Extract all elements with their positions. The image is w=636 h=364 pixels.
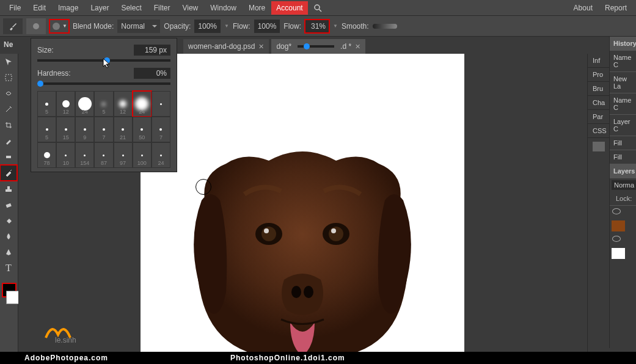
menu-more[interactable]: More	[243, 1, 271, 15]
close-icon[interactable]: ✕	[258, 43, 264, 51]
brush-preset[interactable]: 15	[56, 117, 75, 142]
footer-bar: AdobePhotopea.com PhotoshopOnline.1doi1.…	[0, 352, 636, 364]
tab-women-and-dog[interactable]: women-and-dog.psd✕	[183, 39, 269, 54]
brush-preset[interactable]: 21	[114, 117, 133, 142]
type-tool[interactable]: T	[0, 260, 17, 276]
background-color-swatch[interactable]	[6, 291, 20, 304]
history-item[interactable]: New La	[610, 72, 636, 93]
blur-tool[interactable]	[0, 228, 17, 244]
flow-value[interactable]: 100%	[254, 20, 280, 33]
layer-row[interactable]	[610, 206, 636, 233]
opacity-value[interactable]: 100%	[194, 20, 221, 33]
flow2-dropdown-icon[interactable]: ▼	[333, 23, 338, 29]
lasso-tool[interactable]	[0, 86, 17, 101]
brush-preset[interactable]: 5	[37, 117, 56, 142]
tab-dog[interactable]: dog* .d *✕	[271, 39, 365, 54]
flow-label: Flow:	[233, 22, 250, 31]
history-item[interactable]: Name C	[610, 93, 636, 115]
brush-preset[interactable]: 87	[94, 142, 113, 168]
brush-tool[interactable]	[0, 165, 17, 181]
footer-left: AdobePhotopea.com	[0, 354, 133, 362]
history-item[interactable]: Fill	[610, 150, 636, 164]
brush-preset[interactable]: 100	[133, 142, 152, 168]
eyedropper-tool[interactable]	[0, 133, 17, 149]
size-value[interactable]: 159 px	[134, 45, 170, 56]
image-icon[interactable]	[593, 142, 605, 151]
layers-panel-header[interactable]: Layers	[610, 164, 636, 178]
layer-blend-select[interactable]: Norma	[612, 180, 636, 190]
menu-window[interactable]: Window	[204, 1, 243, 15]
brush-picker-dropdown[interactable]: ▼	[49, 20, 69, 33]
tool-preset-button[interactable]	[3, 18, 23, 34]
tab-flow-slider[interactable]	[298, 45, 334, 48]
smooth-label: Smooth:	[342, 22, 369, 31]
wand-tool[interactable]	[0, 101, 17, 117]
tool-palette: T	[0, 54, 18, 352]
hardness-value[interactable]: 0%	[134, 68, 170, 79]
dog-image	[171, 139, 434, 352]
flow2-value[interactable]: 31%	[305, 20, 329, 33]
move-tool[interactable]	[0, 54, 17, 70]
menu-view[interactable]: View	[176, 1, 204, 15]
menu-edit[interactable]: Edit	[27, 1, 52, 15]
history-panel-header[interactable]: History	[610, 37, 636, 51]
brush-preset[interactable]: 50	[133, 117, 152, 142]
layer-thumbnail[interactable]	[612, 248, 625, 259]
brush-preset[interactable]: 24	[133, 91, 152, 117]
hardness-slider[interactable]	[37, 82, 170, 85]
opacity-label: Opacity:	[164, 22, 191, 31]
layer-thumbnail[interactable]	[612, 220, 625, 231]
brush-preset[interactable]	[152, 91, 170, 117]
menu-filter[interactable]: Filter	[148, 1, 177, 15]
brush-preset[interactable]: 7	[94, 117, 113, 142]
tab-prefix: Ne	[4, 40, 13, 49]
brush-preset[interactable]: 97	[114, 142, 133, 168]
brush-preset[interactable]: 12	[56, 91, 75, 117]
menu-image[interactable]: Image	[52, 1, 84, 15]
bucket-tool[interactable]	[0, 213, 17, 228]
eraser-tool[interactable]	[0, 197, 17, 213]
menu-layer[interactable]: Layer	[84, 1, 115, 15]
svg-point-0	[315, 5, 320, 10]
brush-preset[interactable]: 24	[152, 142, 170, 168]
size-slider[interactable]	[37, 59, 170, 62]
svg-point-12	[331, 228, 336, 233]
stamp-tool[interactable]	[0, 181, 17, 197]
menu-select[interactable]: Select	[115, 1, 147, 15]
menu-about[interactable]: About	[568, 1, 599, 15]
brush-preset-button[interactable]	[26, 18, 46, 34]
history-item[interactable]: Name C	[610, 51, 636, 72]
blend-mode-label: Blend Mode:	[73, 22, 114, 31]
history-item[interactable]: Layer C	[610, 115, 636, 136]
close-icon[interactable]: ✕	[355, 43, 360, 51]
svg-point-14	[304, 286, 313, 298]
history-item[interactable]: Fill	[610, 136, 636, 150]
heal-tool[interactable]	[0, 149, 17, 165]
menu-file[interactable]: File	[3, 1, 27, 15]
opacity-dropdown-icon[interactable]: ▼	[224, 23, 229, 29]
brush-preset[interactable]: 5	[37, 91, 56, 117]
brush-preset[interactable]: 9	[75, 117, 94, 142]
visibility-icon[interactable]	[612, 208, 621, 214]
svg-point-11	[329, 227, 343, 241]
menu-account[interactable]: Account	[271, 1, 307, 15]
watermark-logo: le.sinh	[43, 319, 79, 346]
search-icon[interactable]	[313, 3, 323, 13]
crop-tool[interactable]	[0, 117, 17, 133]
blend-mode-select[interactable]: Normal	[117, 20, 160, 33]
svg-point-13	[291, 286, 301, 298]
menu-report[interactable]: Report	[599, 1, 633, 15]
brush-preset[interactable]: 12	[114, 91, 133, 117]
smooth-slider[interactable]	[373, 24, 397, 29]
rect-select-tool[interactable]	[0, 70, 17, 86]
brush-preset[interactable]: 24	[75, 91, 94, 117]
layer-row[interactable]	[610, 233, 636, 261]
brush-preset[interactable]: 10	[56, 142, 75, 168]
svg-point-2	[33, 23, 39, 29]
visibility-icon[interactable]	[612, 236, 621, 242]
brush-preset[interactable]: 78	[37, 142, 56, 168]
brush-preset[interactable]: 7	[152, 117, 170, 142]
brush-preset[interactable]: 5	[94, 91, 113, 117]
brush-preset[interactable]: 154	[75, 142, 94, 168]
pen-tool[interactable]	[0, 244, 17, 260]
